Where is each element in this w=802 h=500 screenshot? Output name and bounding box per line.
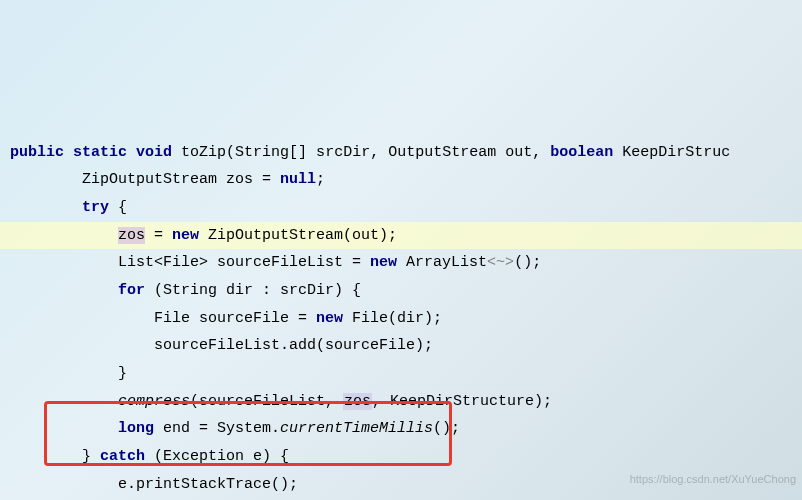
- code-text: sourceFileList.add(sourceFile);: [154, 337, 433, 354]
- keyword-public: public: [10, 144, 64, 161]
- code-line-highlighted: zos = new ZipOutputStream(out);: [0, 222, 802, 250]
- params2: KeepDirStruc: [613, 144, 730, 161]
- keyword-try: try: [82, 199, 109, 216]
- code-line: for (String dir : srcDir) {: [0, 277, 802, 305]
- watermark: https://blog.csdn.net/XuYueChong: [630, 466, 796, 494]
- var-zos: zos: [118, 227, 145, 244]
- code-editor[interactable]: public static void toZip(String[] srcDir…: [0, 111, 802, 500]
- keyword-void: void: [136, 144, 172, 161]
- method-call: compress: [118, 393, 190, 410]
- parens: ();: [514, 254, 541, 271]
- code-line: }: [0, 360, 802, 388]
- code-line: public static void toZip(String[] srcDir…: [0, 139, 802, 167]
- keyword-boolean: boolean: [550, 144, 613, 161]
- code-line: List<File> sourceFileList = new ArrayLis…: [0, 249, 802, 277]
- keyword-new: new: [316, 310, 343, 327]
- eq: =: [145, 227, 172, 244]
- caret-position: zos: [118, 227, 145, 244]
- code-line: long end = System.currentTimeMillis();: [0, 415, 802, 443]
- keyword-new: new: [172, 227, 199, 244]
- code-text: File sourceFile =: [154, 310, 316, 327]
- method-name: toZip: [181, 144, 226, 161]
- code-text: List<File> sourceFileList =: [118, 254, 370, 271]
- brace: }: [82, 448, 100, 465]
- brace: }: [118, 365, 127, 382]
- code-text: ZipOutputStream zos =: [82, 171, 280, 188]
- code-text: end = System.: [154, 420, 280, 437]
- code-line: ZipOutputStream zos = null;: [0, 166, 802, 194]
- keyword-for: for: [118, 282, 145, 299]
- keyword-catch: catch: [100, 448, 145, 465]
- keyword-new: new: [370, 254, 397, 271]
- params: (String[] srcDir, OutputStream out,: [226, 144, 550, 161]
- type: ArrayList: [397, 254, 487, 271]
- catch-header: (Exception e) {: [145, 448, 289, 465]
- ctor: ZipOutputStream(out);: [199, 227, 397, 244]
- brace: {: [109, 199, 127, 216]
- parens: ();: [433, 420, 460, 437]
- keyword-static: static: [73, 144, 127, 161]
- var-zos-usage: zos: [343, 393, 372, 410]
- code-line: File sourceFile = new File(dir);: [0, 305, 802, 333]
- code-text: e.printStackTrace();: [118, 476, 298, 493]
- code-line: sourceFileList.add(sourceFile);: [0, 332, 802, 360]
- for-header: (String dir : srcDir) {: [145, 282, 361, 299]
- code-line: compress(sourceFileList, zos, KeepDirStr…: [0, 388, 802, 416]
- keyword-long: long: [118, 420, 154, 437]
- args: (sourceFileList,: [190, 393, 343, 410]
- code-line: try {: [0, 194, 802, 222]
- args2: , KeepDirStructure);: [372, 393, 552, 410]
- keyword-null: null: [280, 171, 316, 188]
- method-call: currentTimeMillis: [280, 420, 433, 437]
- ctor: File(dir);: [343, 310, 442, 327]
- semicolon: ;: [316, 171, 325, 188]
- diamond-generic: <~>: [487, 254, 514, 271]
